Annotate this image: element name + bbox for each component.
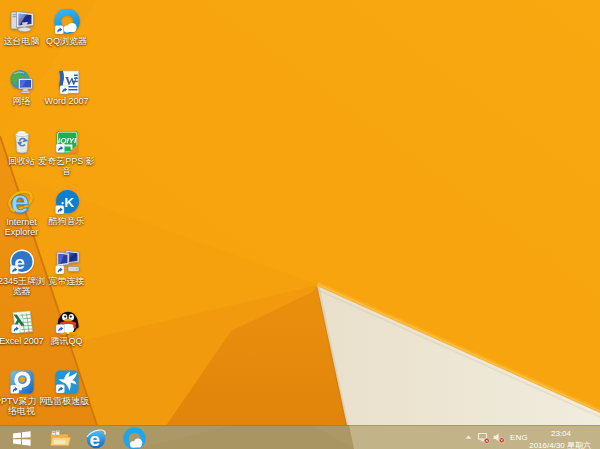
svg-text:K: K (64, 195, 74, 210)
svg-text:iQIYI: iQIYI (58, 135, 77, 144)
svg-text:e: e (11, 189, 30, 216)
